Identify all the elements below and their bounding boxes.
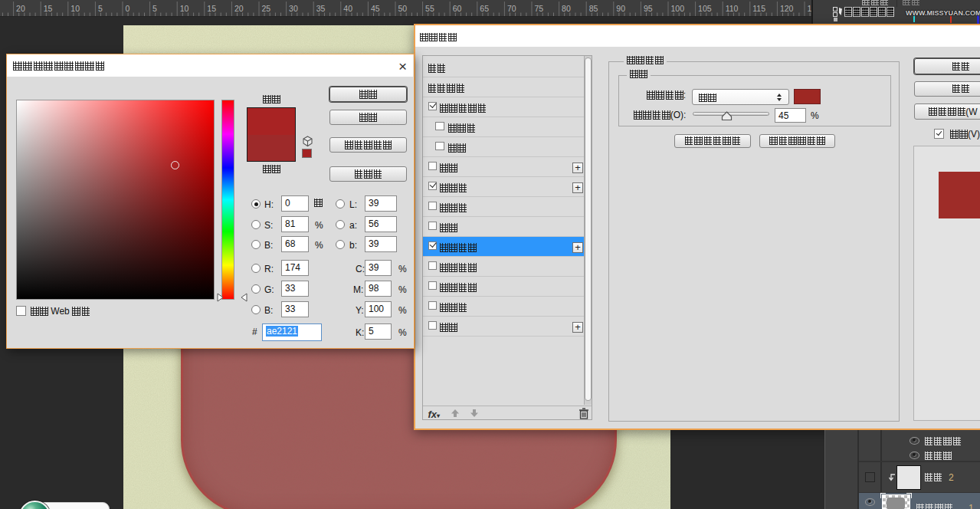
svg-text:20: 20: [234, 4, 244, 13]
svg-text:25: 25: [262, 4, 271, 13]
svg-text:5: 5: [98, 4, 103, 13]
svg-text:70: 70: [507, 4, 516, 13]
svg-text:80: 80: [562, 4, 571, 13]
svg-text:85: 85: [589, 4, 598, 13]
svg-text:0: 0: [126, 4, 130, 13]
svg-text:10: 10: [180, 4, 189, 13]
svg-text:75: 75: [535, 4, 544, 13]
svg-text:5: 5: [152, 4, 157, 13]
svg-text:100: 100: [671, 4, 685, 13]
svg-text:60: 60: [453, 4, 462, 13]
svg-text:120: 120: [780, 4, 794, 13]
svg-text:110: 110: [726, 4, 739, 13]
svg-text:40: 40: [343, 4, 352, 13]
svg-text:105: 105: [698, 4, 712, 13]
svg-text:15: 15: [44, 4, 53, 13]
svg-text:50: 50: [398, 4, 408, 13]
svg-text:10: 10: [70, 4, 80, 13]
svg-text:35: 35: [316, 4, 326, 13]
svg-text:30: 30: [289, 4, 298, 13]
svg-text:20: 20: [16, 4, 25, 13]
svg-text:55: 55: [425, 4, 434, 13]
svg-text:15: 15: [207, 4, 216, 13]
svg-text:115: 115: [752, 4, 765, 13]
svg-text:95: 95: [644, 4, 653, 13]
svg-text:45: 45: [371, 4, 380, 13]
svg-text:90: 90: [616, 4, 625, 13]
svg-text:65: 65: [480, 4, 489, 13]
